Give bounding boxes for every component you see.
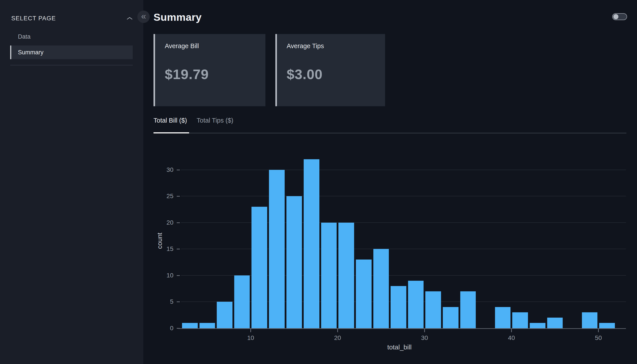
histogram-bar[interactable] [408,281,424,328]
theme-toggle-knob [613,14,618,19]
metric-label: Average Tips [287,42,385,50]
y-tick [177,222,180,223]
histogram-bar[interactable] [321,223,337,328]
y-tick [177,302,180,302]
metric-label: Average Bill [165,42,265,50]
active-tab-underline [153,132,189,134]
histogram-bar[interactable] [356,260,372,328]
histogram-bar[interactable] [217,302,233,328]
metric-card-average-tips: Average Tips $3.00 [275,34,385,106]
x-tick-label: 20 [324,334,351,342]
histogram-bar[interactable] [286,196,302,328]
x-tick [424,329,425,332]
histogram-bar[interactable] [234,276,250,328]
y-tick [177,170,180,170]
select-page-label: SELECT PAGE [11,15,56,22]
y-tick [177,275,180,276]
x-tick-label: 50 [585,334,611,342]
x-tick-label: 40 [498,334,525,342]
histogram-bar[interactable] [182,323,198,328]
select-page-header[interactable]: SELECT PAGE [11,13,133,24]
y-tick-label: 20 [151,219,173,226]
y-tick-label: 5 [151,298,173,306]
histogram-bar[interactable] [512,312,528,328]
metric-value: $19.79 [165,66,265,82]
y-tick-label: 30 [151,166,173,174]
metric-card-average-bill: Average Bill $19.79 [153,34,265,106]
histogram-bar[interactable] [373,249,389,328]
y-tick [177,196,180,196]
histogram-bar[interactable] [338,223,354,328]
sidebar-item-data-label: Data [18,33,31,40]
histogram-bar[interactable] [199,323,215,328]
tab-total-bill[interactable]: Total Bill ($) [153,117,187,124]
app-root: { "sidebar": { "header": "SELECT PAGE", … [0,0,637,364]
double-chevron-left-icon: « [141,12,146,20]
sidebar: SELECT PAGE Data Summary [0,0,143,364]
y-tick-label: 25 [151,192,173,200]
x-tick [250,329,251,332]
histogram-bar[interactable] [460,291,476,328]
sidebar-item-summary-label: Summary [18,49,44,56]
histogram-bar[interactable] [547,318,563,328]
sidebar-item-data[interactable]: Data [10,31,133,42]
sidebar-item-summary[interactable]: Summary [10,46,133,59]
histogram-bar[interactable] [269,170,285,328]
tabs-divider [153,133,626,134]
theme-toggle[interactable] [612,13,627,20]
x-tick [598,329,599,332]
histogram-bar[interactable] [582,312,598,328]
y-gridline [181,249,626,249]
y-gridline [181,222,626,223]
histogram-bar[interactable] [443,307,459,328]
x-axis-title: total_bill [387,344,412,351]
histogram-bar[interactable] [391,286,406,328]
tab-total-tips[interactable]: Total Tips ($) [197,117,233,124]
y-gridline [181,196,626,196]
metric-value: $3.00 [287,66,385,82]
x-tick [337,329,338,332]
x-axis-line [178,328,626,329]
histogram-bar[interactable] [599,323,615,328]
histogram-bar[interactable] [530,323,545,328]
y-tick-label: 0 [151,324,173,332]
page-title: Summary [153,11,202,23]
histogram-bar[interactable] [304,159,319,328]
chevron-up-icon[interactable] [126,16,133,20]
collapse-sidebar-button[interactable]: « [137,10,150,23]
y-gridline [181,170,626,170]
histogram-bar[interactable] [495,307,511,328]
histogram-bar[interactable] [252,207,267,328]
y-tick-label: 15 [151,245,173,253]
y-tick [177,249,180,249]
x-tick-label: 30 [411,334,438,342]
y-tick-label: 10 [151,272,173,279]
x-tick [511,329,512,332]
x-tick-label: 10 [237,334,264,342]
sidebar-divider [10,65,133,66]
histogram-bar[interactable] [425,291,441,328]
